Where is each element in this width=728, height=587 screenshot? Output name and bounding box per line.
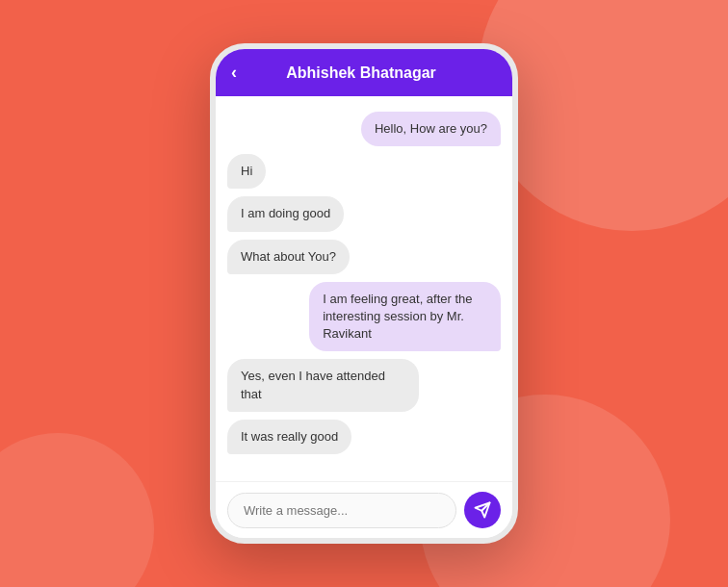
send-button[interactable] — [464, 492, 501, 528]
chat-header: ‹ Abhishek Bhatnagar — [216, 49, 512, 96]
message-bubble: Yes, even I have attended that — [227, 359, 419, 411]
chat-title: Abhishek Bhatnagar — [248, 64, 474, 82]
bg-blob-left — [0, 433, 154, 587]
phone-container: ‹ Abhishek Bhatnagar Hello, How are you?… — [210, 43, 518, 544]
message-bubble: I am doing good — [227, 196, 344, 231]
message-bubble: Hi — [227, 154, 266, 189]
message-input[interactable] — [227, 493, 456, 528]
message-bubble: I am feeling great, after the interestin… — [309, 282, 501, 352]
message-bubble: Hello, How are you? — [361, 112, 501, 146]
back-button[interactable]: ‹ — [231, 63, 237, 83]
input-area — [216, 481, 512, 538]
message-bubble: It was really good — [227, 420, 351, 454]
messages-list: Hello, How are you?HiI am doing goodWhat… — [216, 96, 512, 481]
send-icon — [474, 501, 491, 519]
message-bubble: What about You? — [227, 240, 350, 274]
